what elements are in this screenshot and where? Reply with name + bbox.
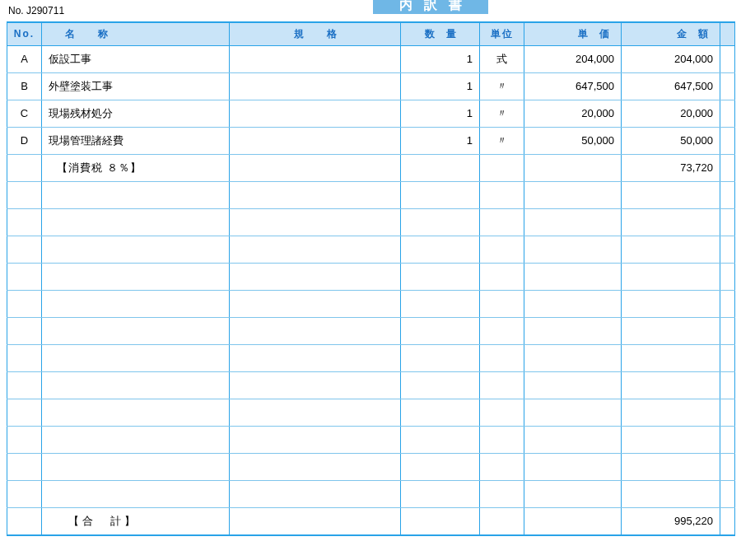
cell-unit-price: 50,000 [524, 127, 622, 154]
cell-unit-price: 204,000 [524, 45, 622, 72]
cell-qty: 1 [401, 100, 480, 127]
cell-name: 仮設工事 [42, 45, 230, 72]
table-row: B外壁塗装工事1〃647,500647,500 [7, 72, 735, 100]
total-amount: 995,220 [622, 507, 720, 535]
header-no: No. [7, 22, 42, 45]
table-row-empty [7, 208, 735, 236]
cell-amount: 204,000 [622, 45, 720, 72]
tax-label: 【消費税 ８％】 [42, 154, 230, 181]
table-row-empty [7, 344, 735, 371]
cell-unit-price: 647,500 [524, 72, 622, 100]
header-unit: 単位 [480, 22, 524, 45]
cell-unit: 〃 [480, 100, 524, 127]
table-row-empty [7, 371, 735, 399]
cell-no: A [7, 45, 42, 72]
table-row: A仮設工事1式204,000204,000 [7, 45, 735, 72]
table-row-empty [7, 290, 735, 317]
table-row-empty [7, 236, 735, 263]
cell-amount: 50,000 [622, 127, 720, 154]
cell-name: 現場管理諸経費 [42, 127, 230, 154]
table-row-empty [7, 399, 735, 426]
tax-amount: 73,720 [622, 154, 720, 181]
header-name: 名称 [42, 22, 230, 45]
header-row: No. 名称 規格 数量 単位 単価 金額 [7, 22, 735, 45]
document-header: No. J290711 内訳書 [7, 3, 734, 21]
cell-name: 現場残材処分 [42, 100, 230, 127]
cell-spec [230, 72, 401, 100]
cell-tail [720, 100, 735, 127]
cell-amount: 647,500 [622, 72, 720, 100]
table-row-empty [7, 263, 735, 290]
cell-no: C [7, 100, 42, 127]
total-row: 【合 計】995,220 [7, 507, 735, 535]
cell-qty: 1 [401, 45, 480, 72]
header-qty: 数量 [401, 22, 480, 45]
cell-qty: 1 [401, 127, 480, 154]
breakdown-table: No. 名称 規格 数量 単位 単価 金額 A仮設工事1式204,000204,… [7, 21, 735, 536]
cell-tail [720, 127, 735, 154]
header-unit-price: 単価 [524, 22, 622, 45]
cell-name: 外壁塗装工事 [42, 72, 230, 100]
document-number: No. J290711 [8, 5, 64, 16]
header-tail [720, 22, 735, 45]
total-label: 【合 計】 [42, 507, 230, 535]
table-row-empty [7, 426, 735, 453]
table-row-empty [7, 181, 735, 208]
cell-no: B [7, 72, 42, 100]
document-title: 内訳書 [373, 0, 488, 14]
cell-amount: 20,000 [622, 100, 720, 127]
table-body: A仮設工事1式204,000204,000B外壁塗装工事1〃647,500647… [7, 45, 735, 535]
cell-spec [230, 127, 401, 154]
tax-row: 【消費税 ８％】73,720 [7, 154, 735, 181]
table-row-empty [7, 480, 735, 507]
cell-spec [230, 45, 401, 72]
cell-tail [720, 72, 735, 100]
header-amount: 金額 [622, 22, 720, 45]
table-row: C現場残材処分1〃20,00020,000 [7, 100, 735, 127]
cell-qty: 1 [401, 72, 480, 100]
table-row-empty [7, 453, 735, 480]
cell-no: D [7, 127, 42, 154]
cell-unit: 〃 [480, 127, 524, 154]
header-spec: 規格 [230, 22, 401, 45]
cell-tail [720, 45, 735, 72]
cell-spec [230, 100, 401, 127]
table-row-empty [7, 317, 735, 344]
cell-unit: 〃 [480, 72, 524, 100]
cell-unit: 式 [480, 45, 524, 72]
table-row: D現場管理諸経費1〃50,00050,000 [7, 127, 735, 154]
cell-unit-price: 20,000 [524, 100, 622, 127]
